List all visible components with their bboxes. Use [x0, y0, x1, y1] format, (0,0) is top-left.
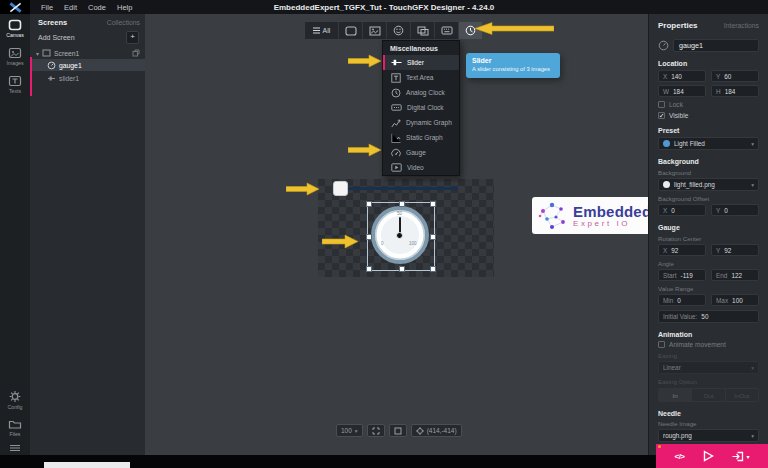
section-animation: Animation: [658, 331, 759, 338]
widget-name-value: gauge1: [679, 41, 703, 50]
rail-images-button[interactable]: Images: [0, 47, 30, 66]
easing-dropdown[interactable]: Linear ▾: [658, 361, 759, 374]
menu-item-static-graph[interactable]: Static Graph: [383, 130, 459, 145]
tree-item-slider1[interactable]: slider1: [30, 72, 145, 84]
toolbar-buttons-button[interactable]: [386, 22, 410, 39]
min-field[interactable]: Min0: [658, 294, 706, 306]
menu-item-label: Slider: [407, 59, 424, 66]
run-target-button[interactable]: ▾: [732, 451, 749, 462]
menu-item-slider[interactable]: Slider: [383, 55, 459, 70]
w-field[interactable]: W184: [658, 85, 706, 97]
y-label: Y: [716, 73, 720, 80]
rail-canvas-button[interactable]: Canvas: [0, 19, 30, 38]
easing-inout-button[interactable]: InOut: [725, 389, 758, 401]
preset-dropdown[interactable]: Light Filled ▾: [658, 137, 759, 150]
start-label: Start: [663, 272, 677, 279]
h-label: H: [716, 88, 721, 95]
menu-item-dynamic-graph[interactable]: Dynamic Graph: [383, 115, 459, 130]
visible-checkbox[interactable]: ✓: [658, 112, 665, 119]
x-label: X: [663, 207, 667, 214]
canvas-slider-handle[interactable]: [333, 181, 348, 196]
x-field[interactable]: X140: [658, 70, 706, 82]
tree-item-gauge1[interactable]: gauge1: [30, 59, 145, 71]
fit-widget-button[interactable]: [389, 424, 407, 437]
annotation-arrow-canvas-slider: [286, 182, 320, 196]
rotation-y-field[interactable]: Y92: [711, 244, 759, 256]
initial-value: 50: [701, 313, 708, 320]
easing-option-segmented: In Out InOut: [658, 388, 759, 402]
menu-item-digital-clock[interactable]: Digital Clock: [383, 100, 459, 115]
fit-widget-icon: [394, 427, 402, 435]
gauge-selection-box[interactable]: [367, 202, 435, 271]
rail-images-label: Images: [0, 60, 30, 66]
tab-screens[interactable]: Screens: [38, 18, 67, 27]
bg-offset-x-field[interactable]: X0: [658, 204, 706, 216]
widget-name-input[interactable]: gauge1: [673, 39, 759, 52]
tab-interactions[interactable]: Interactions: [724, 22, 759, 29]
caret-down-icon[interactable]: ▾: [36, 50, 39, 57]
menu-item-video[interactable]: Video: [383, 160, 459, 175]
easing-out-button[interactable]: Out: [691, 389, 724, 401]
taskbar-sliver: [44, 462, 130, 468]
touchgfx-logo-icon[interactable]: [0, 0, 30, 14]
toolbar-keyboard-button[interactable]: [434, 22, 458, 39]
toolbar-common-button[interactable]: [338, 22, 362, 39]
initial-value-field[interactable]: Initial Value: 50: [658, 310, 759, 323]
toolbar-containers-button[interactable]: [410, 22, 434, 39]
screens-panel: Screens Collections Add Screen + ▾ Scree…: [30, 14, 146, 455]
chevron-down-icon: ▾: [355, 428, 358, 434]
animate-movement-checkbox[interactable]: [658, 341, 665, 348]
rotation-center-label: Rotation Center: [658, 235, 759, 242]
fit-screen-button[interactable]: [367, 424, 385, 437]
menu-code[interactable]: Code: [88, 3, 106, 12]
menu-edit[interactable]: Edit: [64, 3, 77, 12]
menu-item-analog-clock[interactable]: Analog Clock: [383, 85, 459, 100]
section-background: Background: [658, 158, 759, 165]
window-title: EmbeddedExpert_TGFX_Tut - TouchGFX Desig…: [0, 3, 768, 12]
chevron-down-icon: ▾: [746, 453, 749, 460]
menu-help[interactable]: Help: [117, 3, 132, 12]
menu-item-text-area[interactable]: Text Area: [383, 70, 459, 85]
rail-config-button[interactable]: Config: [0, 390, 30, 410]
angle-start-field[interactable]: Start-119: [658, 269, 706, 281]
angle-end-field[interactable]: End122: [711, 269, 759, 281]
background-image-dropdown[interactable]: light_filled.png ▾: [658, 178, 759, 191]
x-value: 0: [671, 207, 675, 214]
generate-code-button[interactable]: </>: [674, 452, 684, 461]
toolbar-images-button[interactable]: [362, 22, 386, 39]
analog-clock-icon: [391, 88, 401, 98]
copy-screen-icon[interactable]: [132, 49, 140, 57]
annotation-arrow-toolbar: [474, 22, 554, 35]
menu-file[interactable]: File: [41, 3, 53, 12]
run-simulator-icon[interactable]: [703, 450, 714, 462]
zoom-select[interactable]: 100 ▾: [336, 424, 363, 437]
toolbar-all-button[interactable]: All: [305, 22, 338, 39]
tab-collections[interactable]: Collections: [107, 19, 140, 26]
easing-label: Easing: [658, 352, 759, 359]
video-icon: [391, 163, 402, 172]
add-screen-button[interactable]: +: [126, 31, 139, 44]
tree-item-screen1[interactable]: ▾ Screen1: [30, 47, 145, 59]
menu-item-label: Static Graph: [406, 134, 443, 141]
properties-panel: Properties Interactions gauge1 Location …: [648, 14, 768, 455]
notification-dot: [658, 445, 661, 448]
tab-properties[interactable]: Properties: [658, 21, 698, 30]
rail-files-button[interactable]: Files: [0, 418, 30, 437]
canvas-slider-track[interactable]: [344, 187, 458, 190]
lock-checkbox[interactable]: [658, 101, 665, 108]
selection-accent-bar: [30, 57, 32, 96]
widget-toolbar: All: [304, 21, 483, 40]
rail-texts-button[interactable]: Texts: [0, 75, 30, 94]
rail-menu-button[interactable]: [0, 444, 30, 452]
menu-item-gauge[interactable]: Gauge: [383, 145, 459, 160]
annotation-arrow-menu-slider: [348, 54, 382, 68]
easing-in-button[interactable]: In: [659, 389, 691, 401]
tooltip-body: A slider consisting of 3 images: [472, 66, 554, 73]
bg-offset-y-field[interactable]: Y0: [711, 204, 759, 216]
menu-item-label: Dynamic Graph: [406, 119, 452, 126]
h-field[interactable]: H184: [711, 85, 759, 97]
rotation-x-field[interactable]: X92: [658, 244, 706, 256]
y-field[interactable]: Y60: [711, 70, 759, 82]
needle-image-dropdown[interactable]: rough.png ▾: [658, 429, 759, 442]
max-field[interactable]: Max100: [711, 294, 759, 306]
